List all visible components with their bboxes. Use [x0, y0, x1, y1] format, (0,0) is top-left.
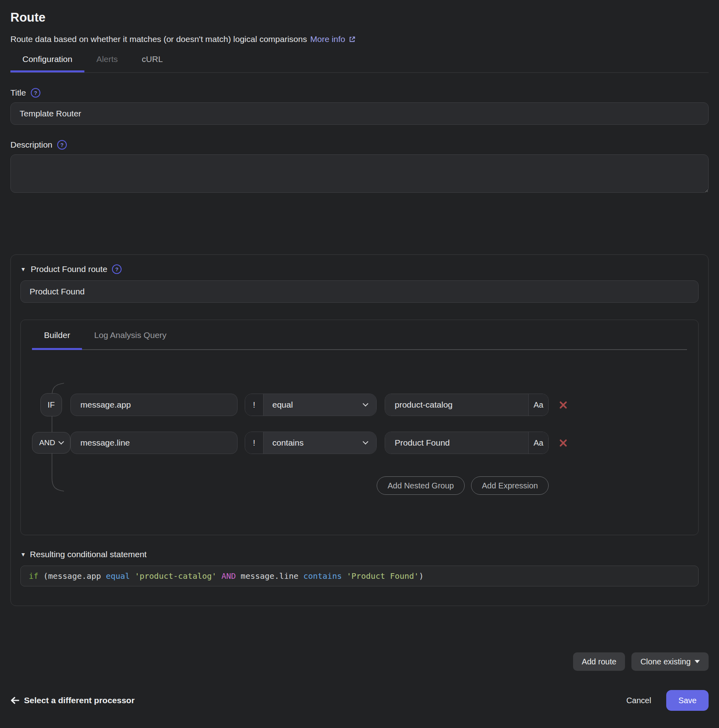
subtitle-text: Route data based on whether it matches (… [10, 34, 307, 44]
tab-alerts[interactable]: Alerts [84, 54, 130, 72]
and-dropdown[interactable]: AND [32, 432, 70, 454]
operator-control: ! contains [245, 432, 377, 454]
and-value: AND [39, 438, 55, 447]
result-heading-label: Resulting conditional statement [30, 550, 147, 559]
chevron-down-icon [363, 401, 368, 406]
case-sensitivity-toggle[interactable]: Aa [528, 432, 548, 454]
title-input[interactable] [10, 102, 709, 125]
code-token: AND [217, 571, 241, 581]
more-info-label: More info [310, 34, 346, 44]
cancel-button[interactable]: Cancel [626, 696, 651, 705]
page-title: Route [10, 10, 709, 25]
builder-card: Builder Log Analysis Query IF ! equal [20, 320, 699, 535]
tab-builder[interactable]: Builder [32, 330, 82, 350]
code-token: if [29, 571, 38, 581]
operator-control: ! equal [245, 394, 377, 416]
more-info-link[interactable]: More info [310, 34, 356, 44]
collapse-triangle-icon[interactable]: ▼ [20, 551, 26, 558]
title-label: Title [10, 88, 26, 98]
operator-select[interactable]: contains [264, 432, 376, 454]
operator-value: equal [272, 400, 293, 410]
builder-tabs: Builder Log Analysis Query [32, 330, 687, 350]
if-badge: IF [40, 393, 62, 416]
field-key-input[interactable] [70, 394, 238, 416]
expression-row: AND ! contains Aa [32, 432, 687, 454]
help-icon[interactable]: ? [112, 264, 122, 274]
save-button[interactable]: Save [666, 690, 709, 711]
code-token: equal [106, 571, 130, 581]
route-card-header[interactable]: ▼ Product Found route ? [20, 264, 699, 274]
route-actions: Add route Clone existing [10, 652, 709, 671]
value-control: Aa [385, 394, 549, 416]
add-nested-group-button[interactable]: Add Nested Group [377, 476, 465, 495]
expression-row: IF ! equal Aa [32, 393, 687, 416]
result-heading-row[interactable]: ▼ Resulting conditional statement [20, 550, 699, 559]
external-link-icon [348, 36, 356, 43]
remove-x-icon [559, 439, 567, 447]
remove-x-icon [559, 401, 567, 409]
clone-existing-label: Clone existing [640, 657, 691, 666]
collapse-triangle-icon[interactable]: ▼ [20, 266, 26, 272]
code-token: 'Product Found' [342, 571, 419, 581]
clone-existing-button[interactable]: Clone existing [631, 652, 709, 671]
tab-configuration[interactable]: Configuration [10, 54, 84, 72]
conditional-statement-code: if (message.app equal 'product-catalog' … [20, 566, 699, 586]
add-route-button[interactable]: Add route [573, 652, 625, 671]
description-label-row: Description ? [10, 140, 709, 150]
code-token: (message.app [38, 571, 106, 581]
field-key-input[interactable] [70, 432, 238, 454]
code-token: message.line [241, 571, 304, 581]
caret-down-icon [695, 660, 700, 663]
route-name-input[interactable] [20, 280, 699, 303]
operator-value: contains [272, 438, 304, 448]
page-subtitle: Route data based on whether it matches (… [10, 34, 709, 44]
code-token: contains [303, 571, 342, 581]
add-expression-button[interactable]: Add Expression [471, 476, 549, 495]
operator-select[interactable]: equal [264, 394, 376, 416]
builder-actions: Add Nested Group Add Expression [32, 476, 549, 495]
negate-toggle[interactable]: ! [245, 394, 264, 416]
back-arrow-icon [10, 696, 19, 704]
help-icon[interactable]: ? [31, 88, 40, 98]
value-input[interactable] [385, 394, 528, 416]
case-sensitivity-toggle[interactable]: Aa [528, 394, 548, 416]
description-label: Description [10, 140, 52, 150]
route-card-title: Product Found route [31, 264, 107, 274]
negate-toggle[interactable]: ! [245, 432, 264, 454]
tab-log-analysis-query[interactable]: Log Analysis Query [82, 330, 178, 350]
value-control: Aa [385, 432, 549, 454]
top-tabs: Configuration Alerts cURL [10, 54, 709, 73]
description-textarea[interactable] [10, 154, 709, 193]
back-link-label: Select a different processor [24, 696, 135, 705]
footer: Select a different processor Cancel Save [10, 690, 709, 711]
remove-expression-button[interactable] [559, 439, 567, 447]
value-input[interactable] [385, 432, 528, 454]
remove-expression-button[interactable] [559, 401, 567, 409]
code-token: 'product-catalog' [130, 571, 217, 581]
chevron-down-icon [363, 439, 368, 444]
route-card: ▼ Product Found route ? Builder Log Anal… [10, 254, 709, 606]
select-different-processor-link[interactable]: Select a different processor [10, 696, 135, 705]
expression-group: IF ! equal Aa [32, 393, 687, 495]
help-icon[interactable]: ? [57, 140, 67, 150]
code-token: ) [419, 571, 423, 581]
title-label-row: Title ? [10, 88, 709, 98]
tab-curl[interactable]: cURL [130, 54, 175, 72]
chevron-down-icon [58, 439, 64, 444]
